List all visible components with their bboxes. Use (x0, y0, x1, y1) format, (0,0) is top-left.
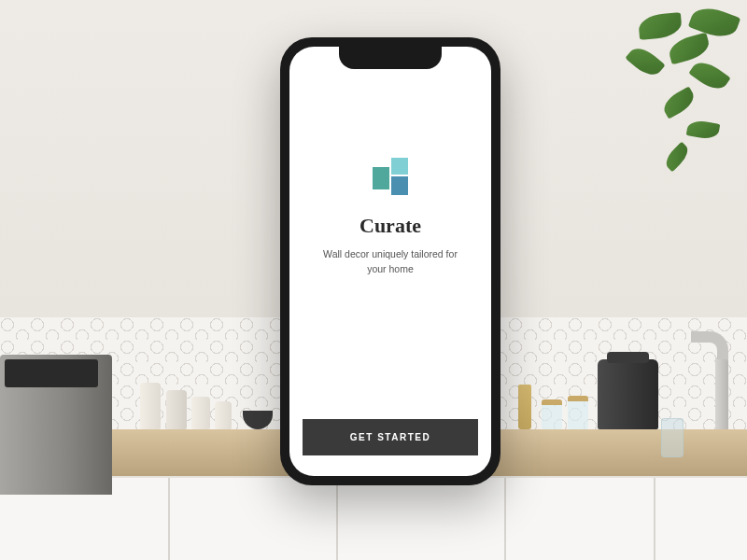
cabinet-divider (168, 478, 170, 560)
hanging-plant (579, 0, 747, 205)
logo-block (391, 176, 408, 195)
phone-notch (339, 47, 442, 69)
app-tagline: Wall decor uniquely tailored for your ho… (316, 247, 465, 277)
cta-container: GET STARTED (289, 402, 491, 476)
oil-bottle (518, 385, 531, 429)
canister (140, 383, 161, 429)
app-title: Curate (359, 214, 421, 238)
espresso-tank (607, 352, 649, 363)
cabinet-divider (504, 478, 506, 560)
canister (191, 397, 210, 429)
logo-block (373, 167, 389, 189)
phone-mockup: Curate Wall decor uniquely tailored for … (280, 37, 500, 485)
onboarding-content: Curate Wall decor uniquely tailored for … (289, 47, 491, 402)
get-started-button[interactable]: GET STARTED (303, 419, 478, 455)
cabinet-divider (336, 478, 338, 560)
lower-cabinets (0, 476, 747, 560)
stove (0, 355, 112, 495)
cabinet-divider (654, 478, 655, 560)
phone-screen: Curate Wall decor uniquely tailored for … (289, 47, 491, 476)
storage-jar (568, 396, 588, 429)
mason-jar (661, 418, 684, 457)
storage-jar (542, 399, 562, 429)
faucet-base (715, 355, 728, 429)
logo-block (391, 158, 408, 175)
app-logo-icon (367, 154, 414, 201)
stove-control-panel (5, 359, 98, 387)
canister (215, 401, 232, 429)
canister (166, 390, 187, 429)
espresso-machine (598, 359, 658, 429)
